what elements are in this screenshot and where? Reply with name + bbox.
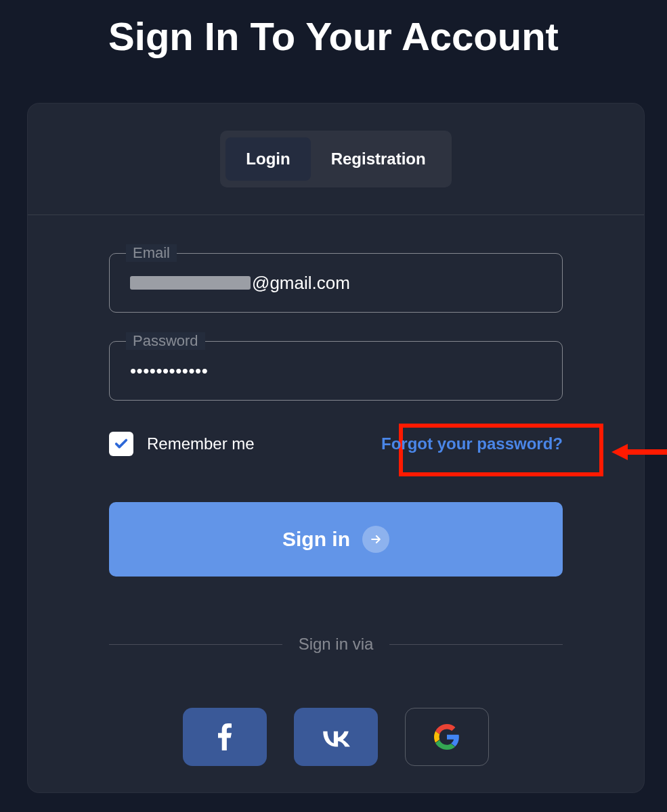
password-field-wrapper[interactable]: Password: [109, 341, 563, 401]
vk-button[interactable]: [294, 708, 378, 766]
password-label: Password: [126, 332, 205, 350]
forgot-password-link[interactable]: Forgot your password?: [381, 434, 563, 453]
arrow-right-icon: [362, 526, 389, 553]
redacted-email-prefix: [130, 276, 251, 290]
vk-icon: [319, 727, 353, 747]
remember-label: Remember me: [147, 434, 255, 453]
remember-row: Remember me Forgot your password?: [109, 429, 563, 459]
email-suffix: @gmail.com: [252, 273, 350, 294]
auth-card: Login Registration Email @gmail.com Pass…: [27, 103, 645, 793]
facebook-icon: [217, 723, 232, 750]
social-row: [109, 708, 563, 766]
signin-button[interactable]: Sign in: [109, 502, 563, 577]
email-field-wrapper[interactable]: Email @gmail.com: [109, 253, 563, 313]
signin-button-label: Sign in: [282, 528, 350, 551]
form-area: Email @gmail.com Password Remember me Fo…: [28, 215, 644, 766]
tab-registration[interactable]: Registration: [311, 137, 446, 181]
page-title: Sign In To Your Account: [0, 0, 667, 59]
divider-line: [109, 644, 282, 645]
google-button[interactable]: [405, 708, 489, 766]
remember-left: Remember me: [109, 432, 255, 456]
email-value: @gmail.com: [130, 273, 350, 294]
tabs-container: Login Registration: [28, 104, 644, 215]
signin-via-row: Sign in via: [109, 635, 563, 654]
remember-checkbox[interactable]: [109, 432, 133, 456]
facebook-button[interactable]: [183, 708, 267, 766]
divider-line: [389, 644, 563, 645]
email-label: Email: [126, 244, 177, 262]
signin-via-label: Sign in via: [299, 635, 374, 654]
password-input[interactable]: [130, 361, 542, 382]
check-icon: [114, 436, 129, 451]
google-icon: [434, 724, 460, 750]
tabs: Login Registration: [220, 131, 451, 187]
tab-login[interactable]: Login: [225, 137, 310, 181]
